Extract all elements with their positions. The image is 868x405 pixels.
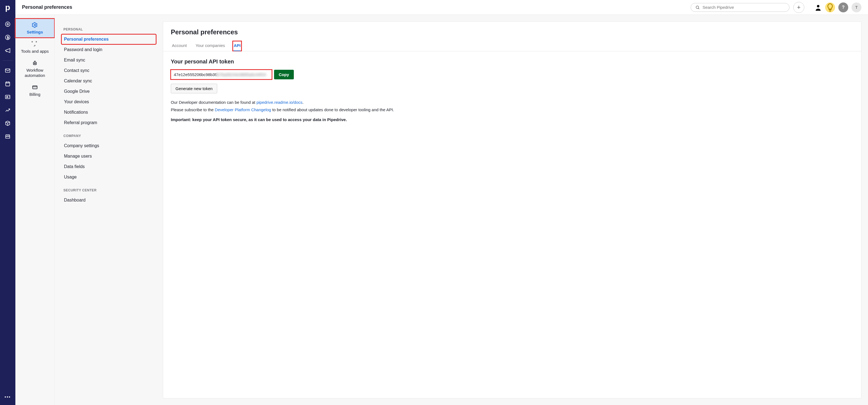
subnav-settings[interactable]: Settings <box>16 19 54 38</box>
svg-point-7 <box>696 6 699 8</box>
tab-your-companies[interactable]: Your companies <box>194 41 226 51</box>
menu-dashboard[interactable]: Dashboard <box>61 195 156 206</box>
svg-rect-11 <box>36 41 37 42</box>
tab-api[interactable]: API <box>232 41 242 51</box>
subnav-billing[interactable]: Billing <box>16 81 54 100</box>
menu-your-devices[interactable]: Your devices <box>61 97 156 107</box>
campaigns-icon[interactable] <box>4 47 11 54</box>
nav-rail: p ••• <box>0 0 16 405</box>
menu-data-fields[interactable]: Data fields <box>61 161 156 172</box>
generate-token-button[interactable]: Generate new token <box>171 84 217 93</box>
changelog-link[interactable]: Developer Platform Changelog <box>215 107 271 112</box>
api-token-field[interactable]: 47e12e555206bc98b39b7ba06244c8885a6c44f2… <box>171 70 272 80</box>
menu-section-security: SECURITY CENTER <box>63 188 156 192</box>
doc-line: Our Developer documentation can be found… <box>171 99 854 106</box>
subnav-label: Billing <box>29 92 40 97</box>
svg-point-0 <box>5 22 10 27</box>
svg-point-8 <box>817 5 819 7</box>
insights-icon[interactable] <box>4 107 11 114</box>
subnav-workflow[interactable]: Workflow automation <box>16 57 54 81</box>
topbar: Personal preferences + ? T <box>16 0 868 15</box>
menu-notifications[interactable]: Notifications <box>61 107 156 118</box>
robot-icon <box>32 60 38 66</box>
subnav-label2: automation <box>25 73 45 78</box>
menu-email-sync[interactable]: Email sync <box>61 55 156 65</box>
tabs: Account Your companies API <box>163 41 861 51</box>
card-icon <box>32 84 38 90</box>
more-icon[interactable]: ••• <box>5 395 11 400</box>
menu-company-settings[interactable]: Company settings <box>61 141 156 151</box>
doc-link[interactable]: pipedrive.readme.io/docs <box>256 100 303 104</box>
svg-point-6 <box>7 96 8 97</box>
svg-rect-10 <box>32 41 33 42</box>
wrench-icon <box>33 44 37 47</box>
marketplace-icon[interactable] <box>4 133 11 140</box>
api-token-heading: Your personal API token <box>171 59 854 65</box>
contacts-icon[interactable] <box>4 94 11 100</box>
gear-icon <box>32 22 38 28</box>
svg-point-14 <box>35 63 36 64</box>
menu-calendar-sync[interactable]: Calendar sync <box>61 76 156 86</box>
svg-point-1 <box>7 23 8 25</box>
svg-rect-15 <box>33 86 37 89</box>
menu-contact-sync[interactable]: Contact sync <box>61 65 156 76</box>
subnav-label: Settings <box>27 30 43 34</box>
subnav-label: Workflow <box>26 68 43 72</box>
avatar[interactable]: T <box>851 2 861 12</box>
copy-button[interactable]: Copy <box>274 70 294 80</box>
menu-google-drive[interactable]: Google Drive <box>61 86 156 97</box>
mail-icon[interactable] <box>4 67 11 74</box>
search-box[interactable] <box>691 3 789 12</box>
help-icon[interactable]: ? <box>838 2 848 12</box>
subnav: Settings Tools and apps Workflow automat… <box>16 15 55 405</box>
changelog-line: Please subscribe to the Developer Platfo… <box>171 107 854 113</box>
products-icon[interactable] <box>4 120 11 127</box>
tools-icon <box>31 41 38 44</box>
svg-point-13 <box>34 63 35 64</box>
token-blur-overlay <box>216 70 272 79</box>
panel-title: Personal preferences <box>171 28 854 36</box>
deals-icon[interactable] <box>4 34 11 41</box>
menu-referral[interactable]: Referral program <box>61 118 156 128</box>
logo-icon: p <box>5 3 10 12</box>
svg-point-9 <box>34 24 36 26</box>
menu-section-personal: PERSONAL <box>63 27 156 31</box>
menu-manage-users[interactable]: Manage users <box>61 151 156 161</box>
rail-separator <box>3 60 12 61</box>
menu-personal-preferences[interactable]: Personal preferences <box>61 34 156 44</box>
preferences-panel: Personal preferences Account Your compan… <box>163 22 861 398</box>
important-note: Important: keep your API token secure, a… <box>171 117 854 123</box>
activities-icon[interactable] <box>4 81 11 87</box>
search-icon <box>695 5 700 10</box>
add-button[interactable]: + <box>793 2 804 13</box>
subnav-tools[interactable]: Tools and apps <box>16 38 54 57</box>
side-menu: PERSONAL Personal preferences Password a… <box>55 15 163 405</box>
menu-password-login[interactable]: Password and login <box>61 44 156 55</box>
svg-rect-4 <box>6 82 10 86</box>
search-input[interactable] <box>703 5 785 10</box>
menu-section-company: COMPANY <box>63 134 156 138</box>
menu-usage[interactable]: Usage <box>61 172 156 182</box>
invite-icon[interactable] <box>812 2 822 12</box>
page-title: Personal preferences <box>22 4 72 10</box>
subnav-label: Tools and apps <box>21 49 49 54</box>
tips-icon[interactable] <box>825 2 835 12</box>
tab-account[interactable]: Account <box>171 41 188 51</box>
leads-icon[interactable] <box>4 21 11 27</box>
